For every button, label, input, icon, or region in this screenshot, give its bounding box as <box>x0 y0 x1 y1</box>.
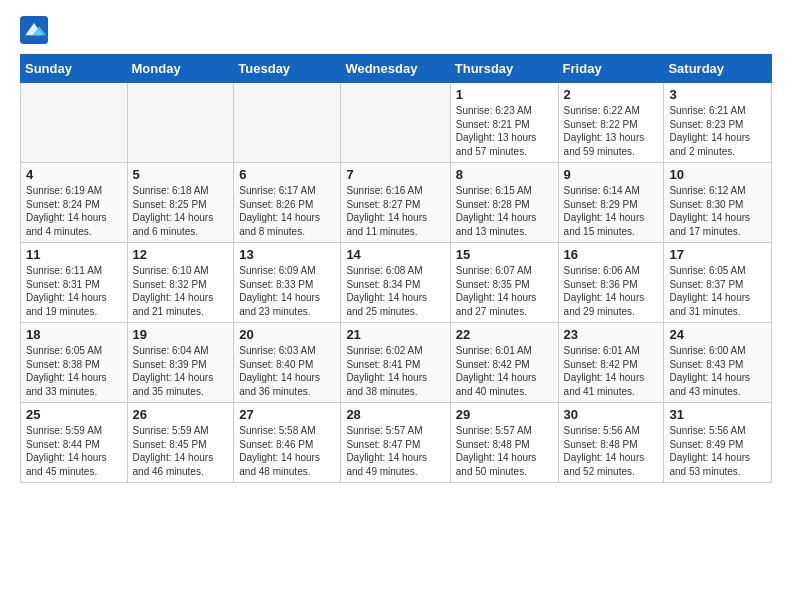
day-header-wednesday: Wednesday <box>341 55 450 83</box>
day-header-saturday: Saturday <box>664 55 772 83</box>
calendar-cell: 26Sunrise: 5:59 AMSunset: 8:45 PMDayligh… <box>127 403 234 483</box>
day-number: 6 <box>239 167 335 182</box>
cell-text: Sunrise: 6:18 AMSunset: 8:25 PMDaylight:… <box>133 184 229 238</box>
calendar-cell <box>234 83 341 163</box>
cell-text: Sunrise: 6:21 AMSunset: 8:23 PMDaylight:… <box>669 104 766 158</box>
cell-text: Sunrise: 6:05 AMSunset: 8:38 PMDaylight:… <box>26 344 122 398</box>
day-number: 2 <box>564 87 659 102</box>
day-header-sunday: Sunday <box>21 55 128 83</box>
calendar: SundayMondayTuesdayWednesdayThursdayFrid… <box>20 54 772 483</box>
calendar-cell: 31Sunrise: 5:56 AMSunset: 8:49 PMDayligh… <box>664 403 772 483</box>
cell-text: Sunrise: 6:16 AMSunset: 8:27 PMDaylight:… <box>346 184 444 238</box>
calendar-cell <box>21 83 128 163</box>
day-number: 21 <box>346 327 444 342</box>
calendar-cell: 3Sunrise: 6:21 AMSunset: 8:23 PMDaylight… <box>664 83 772 163</box>
calendar-cell: 16Sunrise: 6:06 AMSunset: 8:36 PMDayligh… <box>558 243 664 323</box>
calendar-cell: 27Sunrise: 5:58 AMSunset: 8:46 PMDayligh… <box>234 403 341 483</box>
calendar-cell: 7Sunrise: 6:16 AMSunset: 8:27 PMDaylight… <box>341 163 450 243</box>
calendar-cell <box>341 83 450 163</box>
day-number: 25 <box>26 407 122 422</box>
calendar-cell: 9Sunrise: 6:14 AMSunset: 8:29 PMDaylight… <box>558 163 664 243</box>
calendar-week-1: 1Sunrise: 6:23 AMSunset: 8:21 PMDaylight… <box>21 83 772 163</box>
header <box>20 16 772 44</box>
cell-text: Sunrise: 5:57 AMSunset: 8:47 PMDaylight:… <box>346 424 444 478</box>
cell-text: Sunrise: 6:01 AMSunset: 8:42 PMDaylight:… <box>456 344 553 398</box>
day-number: 14 <box>346 247 444 262</box>
day-number: 5 <box>133 167 229 182</box>
day-number: 23 <box>564 327 659 342</box>
day-number: 24 <box>669 327 766 342</box>
cell-text: Sunrise: 6:15 AMSunset: 8:28 PMDaylight:… <box>456 184 553 238</box>
calendar-cell: 10Sunrise: 6:12 AMSunset: 8:30 PMDayligh… <box>664 163 772 243</box>
logo <box>20 16 52 44</box>
day-header-thursday: Thursday <box>450 55 558 83</box>
day-number: 9 <box>564 167 659 182</box>
calendar-cell: 11Sunrise: 6:11 AMSunset: 8:31 PMDayligh… <box>21 243 128 323</box>
day-number: 28 <box>346 407 444 422</box>
page: SundayMondayTuesdayWednesdayThursdayFrid… <box>0 0 792 499</box>
cell-text: Sunrise: 6:08 AMSunset: 8:34 PMDaylight:… <box>346 264 444 318</box>
calendar-week-5: 25Sunrise: 5:59 AMSunset: 8:44 PMDayligh… <box>21 403 772 483</box>
calendar-cell: 6Sunrise: 6:17 AMSunset: 8:26 PMDaylight… <box>234 163 341 243</box>
cell-text: Sunrise: 5:57 AMSunset: 8:48 PMDaylight:… <box>456 424 553 478</box>
calendar-cell: 19Sunrise: 6:04 AMSunset: 8:39 PMDayligh… <box>127 323 234 403</box>
calendar-cell: 2Sunrise: 6:22 AMSunset: 8:22 PMDaylight… <box>558 83 664 163</box>
calendar-cell: 30Sunrise: 5:56 AMSunset: 8:48 PMDayligh… <box>558 403 664 483</box>
calendar-cell: 25Sunrise: 5:59 AMSunset: 8:44 PMDayligh… <box>21 403 128 483</box>
cell-text: Sunrise: 6:07 AMSunset: 8:35 PMDaylight:… <box>456 264 553 318</box>
calendar-cell: 13Sunrise: 6:09 AMSunset: 8:33 PMDayligh… <box>234 243 341 323</box>
day-number: 3 <box>669 87 766 102</box>
cell-text: Sunrise: 6:12 AMSunset: 8:30 PMDaylight:… <box>669 184 766 238</box>
calendar-cell: 29Sunrise: 5:57 AMSunset: 8:48 PMDayligh… <box>450 403 558 483</box>
day-number: 7 <box>346 167 444 182</box>
day-number: 17 <box>669 247 766 262</box>
cell-text: Sunrise: 5:56 AMSunset: 8:49 PMDaylight:… <box>669 424 766 478</box>
day-header-monday: Monday <box>127 55 234 83</box>
calendar-header-row: SundayMondayTuesdayWednesdayThursdayFrid… <box>21 55 772 83</box>
cell-text: Sunrise: 6:10 AMSunset: 8:32 PMDaylight:… <box>133 264 229 318</box>
day-number: 8 <box>456 167 553 182</box>
calendar-cell: 12Sunrise: 6:10 AMSunset: 8:32 PMDayligh… <box>127 243 234 323</box>
day-number: 30 <box>564 407 659 422</box>
day-number: 1 <box>456 87 553 102</box>
calendar-cell: 15Sunrise: 6:07 AMSunset: 8:35 PMDayligh… <box>450 243 558 323</box>
day-header-tuesday: Tuesday <box>234 55 341 83</box>
calendar-cell: 14Sunrise: 6:08 AMSunset: 8:34 PMDayligh… <box>341 243 450 323</box>
cell-text: Sunrise: 5:56 AMSunset: 8:48 PMDaylight:… <box>564 424 659 478</box>
calendar-cell: 1Sunrise: 6:23 AMSunset: 8:21 PMDaylight… <box>450 83 558 163</box>
cell-text: Sunrise: 6:22 AMSunset: 8:22 PMDaylight:… <box>564 104 659 158</box>
day-number: 20 <box>239 327 335 342</box>
cell-text: Sunrise: 6:11 AMSunset: 8:31 PMDaylight:… <box>26 264 122 318</box>
day-number: 11 <box>26 247 122 262</box>
calendar-cell: 4Sunrise: 6:19 AMSunset: 8:24 PMDaylight… <box>21 163 128 243</box>
cell-text: Sunrise: 6:17 AMSunset: 8:26 PMDaylight:… <box>239 184 335 238</box>
calendar-cell: 18Sunrise: 6:05 AMSunset: 8:38 PMDayligh… <box>21 323 128 403</box>
calendar-cell: 24Sunrise: 6:00 AMSunset: 8:43 PMDayligh… <box>664 323 772 403</box>
cell-text: Sunrise: 5:59 AMSunset: 8:44 PMDaylight:… <box>26 424 122 478</box>
day-number: 27 <box>239 407 335 422</box>
day-number: 12 <box>133 247 229 262</box>
day-number: 18 <box>26 327 122 342</box>
day-number: 31 <box>669 407 766 422</box>
day-number: 29 <box>456 407 553 422</box>
calendar-cell: 20Sunrise: 6:03 AMSunset: 8:40 PMDayligh… <box>234 323 341 403</box>
day-number: 13 <box>239 247 335 262</box>
day-number: 19 <box>133 327 229 342</box>
calendar-cell: 5Sunrise: 6:18 AMSunset: 8:25 PMDaylight… <box>127 163 234 243</box>
day-header-friday: Friday <box>558 55 664 83</box>
cell-text: Sunrise: 6:23 AMSunset: 8:21 PMDaylight:… <box>456 104 553 158</box>
cell-text: Sunrise: 6:19 AMSunset: 8:24 PMDaylight:… <box>26 184 122 238</box>
calendar-cell: 17Sunrise: 6:05 AMSunset: 8:37 PMDayligh… <box>664 243 772 323</box>
cell-text: Sunrise: 6:03 AMSunset: 8:40 PMDaylight:… <box>239 344 335 398</box>
day-number: 26 <box>133 407 229 422</box>
cell-text: Sunrise: 6:02 AMSunset: 8:41 PMDaylight:… <box>346 344 444 398</box>
cell-text: Sunrise: 6:00 AMSunset: 8:43 PMDaylight:… <box>669 344 766 398</box>
cell-text: Sunrise: 6:14 AMSunset: 8:29 PMDaylight:… <box>564 184 659 238</box>
day-number: 15 <box>456 247 553 262</box>
calendar-week-2: 4Sunrise: 6:19 AMSunset: 8:24 PMDaylight… <box>21 163 772 243</box>
calendar-week-3: 11Sunrise: 6:11 AMSunset: 8:31 PMDayligh… <box>21 243 772 323</box>
calendar-cell: 28Sunrise: 5:57 AMSunset: 8:47 PMDayligh… <box>341 403 450 483</box>
calendar-cell: 21Sunrise: 6:02 AMSunset: 8:41 PMDayligh… <box>341 323 450 403</box>
calendar-cell: 8Sunrise: 6:15 AMSunset: 8:28 PMDaylight… <box>450 163 558 243</box>
calendar-cell: 23Sunrise: 6:01 AMSunset: 8:42 PMDayligh… <box>558 323 664 403</box>
